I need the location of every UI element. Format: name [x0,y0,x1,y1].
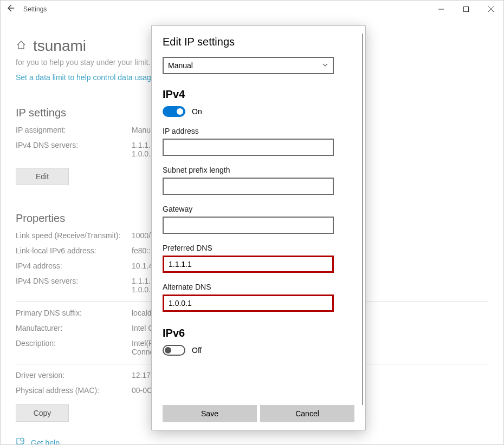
alternate-dns-label: Alternate DNS [163,283,354,291]
copy-button[interactable]: Copy [16,404,69,422]
ip-address-input[interactable] [163,139,334,156]
preferred-dns-input[interactable] [163,256,334,273]
subnet-input[interactable] [163,178,334,195]
ip-address-label: IP address [163,127,354,135]
help-icon [16,437,25,445]
edit-ip-settings-dialog: Edit IP settings Manual IPv4 On IP addre… [151,25,366,430]
home-icon [16,40,27,53]
cancel-button[interactable]: Cancel [260,405,354,422]
alternate-dns-input[interactable] [163,295,334,312]
edit-button[interactable]: Edit [16,168,69,185]
prop-label: IPv4 address: [16,261,132,270]
svg-rect-1 [464,7,469,12]
prop-value: 12.17. [132,371,153,379]
ipv6-toggle-state: Off [192,346,202,355]
prop-label: Description: [16,339,132,356]
prop-label: Manufacturer: [16,324,132,332]
dns-servers-label: IPv4 DNS servers: [16,141,132,158]
ip-assignment-label: IP assignment: [16,126,132,134]
ipv6-toggle[interactable] [163,345,185,356]
svg-point-4 [21,438,24,441]
ipv4-toggle[interactable] [163,106,185,117]
prop-value: fe80:: [132,246,151,255]
prop-label: Driver version: [16,371,132,379]
prop-label: IPv4 DNS servers: [16,277,132,294]
ip-mode-value: Manual [168,61,193,70]
dialog-title: Edit IP settings [163,36,354,48]
maximize-button[interactable] [454,1,479,18]
ipv6-heading: IPv6 [163,327,354,339]
window-title: Settings [23,5,47,13]
ip-mode-select[interactable]: Manual [163,57,334,74]
get-help-link[interactable]: Get help [31,439,60,445]
prop-label: Physical address (MAC): [16,386,132,395]
prop-label: Link-local IPv6 address: [16,246,132,255]
titlebar: Settings [1,1,503,18]
minimize-button[interactable] [429,1,454,18]
prop-label: Primary DNS suffix: [16,309,132,317]
subnet-label: Subnet prefix length [163,166,354,174]
chevron-down-icon [322,62,328,70]
gateway-input[interactable] [163,217,334,234]
dialog-scrollbar[interactable] [362,34,363,405]
gateway-label: Gateway [163,205,354,213]
prop-label: Link speed (Receive/Transmit): [16,231,132,240]
ipv4-heading: IPv4 [163,88,354,101]
save-button[interactable]: Save [163,405,257,422]
network-name: tsunami [33,37,86,55]
ipv4-toggle-state: On [192,107,202,116]
back-button[interactable] [6,4,15,15]
preferred-dns-label: Preferred DNS [163,244,354,252]
close-button[interactable] [479,1,503,18]
